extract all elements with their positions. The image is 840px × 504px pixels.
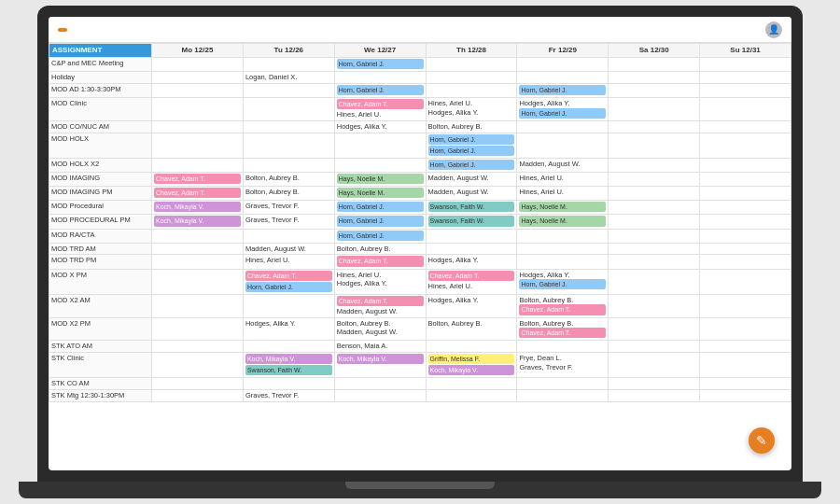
cell-su <box>700 243 791 255</box>
assignment-chip: Hodges, Alika Y. <box>428 296 479 304</box>
assignment-chip: Hines, Ariel U. <box>337 110 382 119</box>
cell-fr <box>517 121 609 133</box>
assignment-chip: Hodges, Alika Y. <box>245 319 296 328</box>
cell-sa <box>609 121 700 133</box>
cell-su <box>700 378 791 390</box>
cell-th: Bolton, Aubrey B. <box>426 121 517 133</box>
assignment-chip: Horn, Gabriel J. <box>337 202 424 212</box>
assignment-chip: Horn, Gabriel J. <box>245 282 332 292</box>
cell-th: Horn, Gabriel J. <box>426 159 517 173</box>
cell-tu: Logan, Daniel X. <box>243 72 334 84</box>
laptop-base-notch <box>345 482 495 489</box>
cell-su <box>700 201 791 215</box>
assignment-chip: Hines, Ariel U. <box>519 188 564 196</box>
assignment-chip: Chavez, Adam T. <box>337 99 424 109</box>
cell-sa <box>609 201 700 215</box>
cell-fr <box>517 255 609 269</box>
assignment-chip: Horn, Gabriel J. <box>519 85 606 95</box>
user-icon[interactable]: 👤 <box>765 21 782 38</box>
cell-su <box>700 72 791 84</box>
cell-tu: Bolton, Aubrey B. <box>243 173 334 187</box>
assignment-chip: Madden, August W. <box>428 188 489 196</box>
cell-tu <box>243 58 334 72</box>
cell-tu <box>243 294 334 317</box>
cell-su <box>700 173 791 187</box>
cell-mo: Chavez, Adam T. <box>152 173 244 187</box>
cell-we: Horn, Gabriel J. <box>334 84 426 98</box>
cell-fr: Frye, Dean L.Graves, Trevor F. <box>517 353 609 378</box>
table-row: MOD AD 1:30-3:30PMHorn, Gabriel J.Horn, … <box>49 84 791 98</box>
cell-fr <box>517 378 609 390</box>
nav-prev-arrow[interactable] <box>80 29 86 31</box>
cell-sa <box>609 341 700 353</box>
cell-tu <box>243 159 334 173</box>
assignment-chip: Horn, Gabriel J. <box>428 146 515 156</box>
assignment-chip: Bolton, Aubrey B. <box>337 319 391 328</box>
assignment-chip: Horn, Gabriel J. <box>337 216 424 226</box>
assignment-chip: Hines, Ariel U. <box>337 271 382 279</box>
assignment-chip: Swanson, Faith W. <box>428 216 515 226</box>
cell-we: Hays, Noelle M. <box>334 173 426 187</box>
cell-th: Swanson, Faith W. <box>426 215 517 229</box>
assignment-chip: Koch, Mikayla V. <box>428 365 515 375</box>
assignment-chip: Chavez, Adam T. <box>428 271 515 281</box>
nav-arrows[interactable] <box>80 29 93 31</box>
table-row: MOD TRD AMMadden, August W.Bolton, Aubre… <box>49 243 791 255</box>
nav-next-arrow[interactable] <box>88 29 93 31</box>
cell-we <box>334 159 426 173</box>
cell-we: Hays, Noelle M. <box>334 187 426 201</box>
fab-button[interactable]: ✎ <box>749 427 775 454</box>
assignment-chip: Horn, Gabriel J. <box>519 108 606 119</box>
cell-mo <box>152 58 244 72</box>
assignment-chip: Hays, Noelle M. <box>519 216 606 226</box>
cell-th <box>426 58 517 72</box>
cell-su <box>700 255 791 269</box>
assignment-chip: Horn, Gabriel J. <box>519 279 606 289</box>
assignment-chip: Graves, Trevor F. <box>245 202 300 210</box>
assignment-chip: Graves, Trevor F. <box>519 363 573 371</box>
cell-fr: Hines, Ariel U. <box>517 173 609 187</box>
cell-th: Swanson, Faith W. <box>426 201 517 215</box>
cell-tu <box>243 121 334 133</box>
cell-we: Benson, Maia A. <box>334 341 426 353</box>
cell-sa <box>609 255 700 269</box>
calendar-table: ASSIGNMENT Mo 12/25 Tu 12/26 We 12/27 Th… <box>49 43 791 402</box>
cell-th: Chavez, Adam T.Hines, Ariel U. <box>426 269 517 294</box>
table-row: STK ClinicKoch, Mikayla V.Swanson, Faith… <box>49 353 791 378</box>
cell-sa <box>609 215 700 229</box>
assignment-chip: Hodges, Alika Y. <box>428 256 479 264</box>
cell-th <box>426 243 517 255</box>
app-logo <box>58 28 67 32</box>
cell-we: Bolton, Aubrey B.Madden, August W. <box>334 317 426 341</box>
cell-we <box>334 72 426 84</box>
assignment-chip: Graves, Trevor F. <box>245 391 300 399</box>
assignment-chip: Bolton, Aubrey B. <box>519 319 573 328</box>
row-label: MOD Clinic <box>49 98 152 121</box>
assignment-chip: Swanson, Faith W. <box>245 365 332 375</box>
cell-th: Griffin, Melissa F.Koch, Mikayla V. <box>426 353 517 378</box>
cell-su <box>700 187 791 201</box>
table-row: MOD HOLXHorn, Gabriel J.Horn, Gabriel J. <box>49 133 791 158</box>
table-row: MOD RA/CTAHorn, Gabriel J. <box>49 229 791 243</box>
assignment-chip: Hodges, Alika Y. <box>428 108 479 117</box>
assignment-chip: Madden, August W. <box>337 307 398 315</box>
cell-th <box>426 84 517 98</box>
cell-mo <box>152 159 244 173</box>
cell-th <box>426 341 517 353</box>
cell-th: Hines, Ariel U.Hodges, Alika Y. <box>426 98 517 121</box>
table-row: MOD PROCEDURAL PMKoch, Mikayla V.Graves,… <box>49 215 791 229</box>
cell-mo <box>152 98 244 121</box>
cell-fr: Bolton, Aubrey B.Chavez, Adam T. <box>517 294 609 317</box>
cell-fr: Madden, August W. <box>517 159 609 173</box>
col-header-sa: Sa 12/30 <box>609 44 700 58</box>
assignment-chip: Hodges, Alika Y. <box>337 122 387 131</box>
row-label: MOD HOLX <box>49 133 152 158</box>
row-label: MOD X2 AM <box>49 294 152 317</box>
cell-sa <box>609 133 700 158</box>
cell-sa <box>609 159 700 173</box>
cell-tu: Madden, August W. <box>243 243 334 255</box>
cell-fr: Hodges, Alika Y.Horn, Gabriel J. <box>517 98 609 121</box>
cell-fr <box>517 341 609 353</box>
app-header: 👤 <box>49 17 791 43</box>
assignment-chip: Hines, Ariel U. <box>519 174 564 182</box>
